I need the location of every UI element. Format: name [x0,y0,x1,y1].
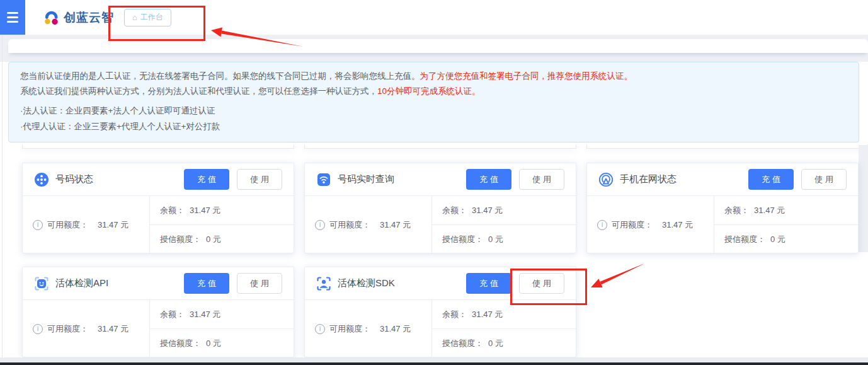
realtime-query-icon [316,172,331,187]
balance-row: 余额： 31.47 元 [714,196,858,225]
tab-workbench[interactable]: ⌂ 工作台 [124,9,171,26]
available-value: 31.47 元 [662,219,693,231]
card-body: i 可用额度： 31.47 元 余额： 31.47 元 授信额度： 0 元 [23,195,294,253]
credit-label: 授信额度： [160,234,201,245]
balance-value: 31.47 元 [754,205,785,216]
credit-row: 授信额度： 0 元 [432,225,576,253]
brand-logo: 创蓝云智 [43,9,114,26]
balance-row: 余额： 31.47 元 [150,300,294,329]
recharge-button[interactable]: 充值 [184,273,229,294]
balance-row: 余额： 31.47 元 [432,196,576,225]
credit-value: 0 元 [206,234,221,245]
notice-line-1-highlight: 为了方便您充值和签署电子合同，推荐您使用系统认证。 [420,71,633,81]
credit-value: 0 元 [206,338,221,349]
service-card-online-status: 手机在网状态 充值 使用 i 可用额度： 31.47 元 余额： 31.47 元… [586,163,859,253]
available-quota-cell: i 可用额度： 31.47 元 [23,196,150,253]
tab-workbench-label: 工作台 [140,12,163,23]
credit-label: 授信额度： [160,338,201,349]
info-icon: i [33,324,43,334]
available-label: 可用额度： [47,323,88,335]
credit-row: 授信额度： 0 元 [150,225,294,253]
balance-label: 余额： [442,205,467,216]
brand-logo-icon [43,9,60,26]
available-quota-cell: i 可用额度： 31.47 元 [23,300,150,357]
service-card-liveness-sdk: 活体检测SDK 充值 使用 i 可用额度： 31.47 元 余额： 31.47 … [304,267,576,357]
annotation-arrow-use-sdk [591,264,644,287]
certification-notice-banner: 您当前认证使用的是人工认证，无法在线签署电子合同。如果您的线下合同已过期，将会影… [8,62,859,142]
credit-row: 授信额度： 0 元 [150,329,294,357]
available-value: 31.47 元 [98,323,128,335]
notice-bullet-legal: ·法人认证：企业四要素+法人个人认证即可通过认证 [20,103,847,119]
credit-row: 授信额度： 0 元 [714,225,858,253]
card-title: 活体检测API [55,277,108,289]
bottom-gray-strip [0,357,868,362]
online-status-icon [598,172,614,187]
card-header: 号码实时查询 充值 使用 [305,163,576,195]
balance-value: 31.47 元 [472,309,503,320]
available-label: 可用额度： [329,219,370,231]
card-body: i 可用额度： 31.47 元 余额： 31.47 元 授信额度： 0 元 [23,299,294,357]
service-card-liveness-api: 活体检测API 充值 使用 i 可用额度： 31.47 元 余额： 31.47 … [22,267,294,357]
hamburger-menu-button[interactable] [0,0,25,35]
available-value: 31.47 元 [380,219,411,231]
card-header: 活体检测SDK 充值 使用 [305,267,576,299]
use-button[interactable]: 使用 [519,169,564,190]
balance-value: 31.47 元 [190,205,220,216]
available-quota-cell: i 可用额度： 31.47 元 [305,196,432,253]
background-sliver [859,145,868,252]
card-header: 号码状态 充值 使用 [23,163,294,195]
home-icon: ⌂ [132,13,137,21]
previous-card-fragment [22,144,294,149]
notice-line-2-highlight: 10分钟即可完成系统认证。 [377,86,481,96]
card-title: 号码状态 [55,173,93,185]
top-header: 创蓝云智 ⌂ 工作台 [0,0,868,35]
bottom-window-edge [0,362,868,365]
previous-card-fragment [304,144,576,149]
info-icon: i [33,220,43,230]
previous-card-fragment [586,144,868,149]
recharge-button[interactable]: 充值 [466,273,511,294]
content-panel-top [8,39,868,53]
notice-line-2: 系统认证我们提供两种认证方式，分别为法人认证和代理认证，您可以任意选择一种认证方… [20,84,847,99]
balance-label: 余额： [442,309,467,320]
card-title: 活体检测SDK [338,277,395,289]
card-title: 手机在网状态 [620,173,677,185]
credit-label: 授信额度： [442,338,483,349]
use-button[interactable]: 使用 [801,169,847,190]
left-edge-line [2,35,3,360]
available-label: 可用额度： [329,323,370,335]
credit-value: 0 元 [488,234,503,245]
balance-value: 31.47 元 [190,309,220,320]
card-title: 号码实时查询 [338,173,394,185]
use-button-sdk[interactable]: 使用 [519,273,564,294]
number-status-icon [34,172,49,187]
use-button[interactable]: 使用 [237,273,282,294]
recharge-button[interactable]: 充值 [184,169,229,190]
card-header: 活体检测API 充值 使用 [23,267,294,299]
service-card-number-status: 号码状态 充值 使用 i 可用额度： 31.47 元 余额： 31.47 元 授… [22,163,294,253]
credit-row: 授信额度： 0 元 [432,329,576,357]
recharge-button[interactable]: 充值 [466,169,511,190]
credit-value: 0 元 [488,338,503,349]
recharge-button[interactable]: 充值 [748,169,794,190]
notice-bullet-agent: ·代理人认证：企业三要素+代理人个人认证+对公打款 [20,119,847,134]
available-label: 可用额度： [47,219,88,231]
balance-label: 余额： [160,205,185,216]
balance-label: 余额： [160,309,185,320]
card-header: 手机在网状态 充值 使用 [587,163,858,195]
notice-line-1: 您当前认证使用的是人工认证，无法在线签署电子合同。如果您的线下合同已过期，将会影… [20,69,847,84]
balance-label: 余额： [724,205,749,216]
card-body: i 可用额度： 31.47 元 余额： 31.47 元 授信额度： 0 元 [587,195,858,253]
notice-bullets: ·法人认证：企业四要素+法人个人认证即可通过认证 ·代理人认证：企业三要素+代理… [20,103,847,134]
liveness-sdk-icon [316,276,331,291]
available-quota-cell: i 可用额度： 31.47 元 [305,300,432,357]
brand-name: 创蓝云智 [64,9,114,26]
available-quota-cell: i 可用额度： 31.47 元 [587,196,714,253]
use-button[interactable]: 使用 [237,169,282,190]
available-value: 31.47 元 [380,323,411,335]
info-icon: i [315,324,325,334]
available-value: 31.47 元 [98,219,128,231]
service-card-realtime-query: 号码实时查询 充值 使用 i 可用额度： 31.47 元 余额： 31.47 元… [304,163,576,253]
credit-value: 0 元 [770,234,785,245]
credit-label: 授信额度： [724,234,765,245]
